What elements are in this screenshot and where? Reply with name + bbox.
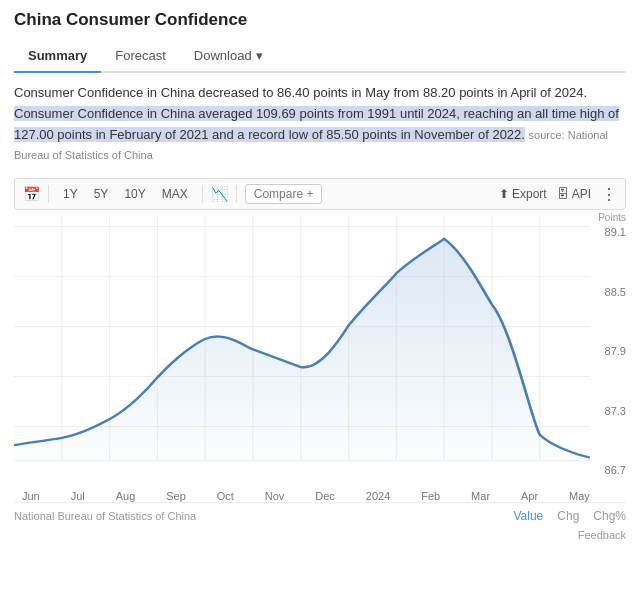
- x-label-nov: Nov: [265, 490, 285, 502]
- tab-forecast[interactable]: Forecast: [101, 40, 180, 73]
- x-label-oct: Oct: [217, 490, 234, 502]
- compare-button[interactable]: Compare +: [245, 184, 323, 204]
- tab-bar: Summary Forecast Download ▾: [14, 40, 626, 73]
- tab-download-label: Download: [194, 48, 252, 63]
- page-title: China Consumer Confidence: [14, 10, 626, 30]
- x-label-feb: Feb: [421, 490, 440, 502]
- chart-area: Points 89.1 88.5 87.9 87.3 86.7: [14, 216, 626, 486]
- chart-fill: [14, 239, 590, 461]
- toolbar-divider-3: [236, 185, 237, 203]
- chg-link[interactable]: Chg: [557, 509, 579, 523]
- y-label-2: 87.9: [592, 345, 626, 357]
- export-icon: ⬆: [499, 187, 509, 201]
- toolbar-left: 📅 1Y 5Y 10Y MAX 📉 Compare +: [23, 184, 322, 204]
- y-label-4: 86.7: [592, 464, 626, 476]
- period-1y-button[interactable]: 1Y: [57, 185, 84, 203]
- api-button[interactable]: 🗄 API: [557, 187, 591, 201]
- x-label-may: May: [569, 490, 590, 502]
- export-button[interactable]: ⬆ Export: [499, 187, 547, 201]
- value-link[interactable]: Value: [513, 509, 543, 523]
- description-text: Consumer Confidence in China decreased t…: [14, 83, 626, 166]
- description-part1: Consumer Confidence in China decreased t…: [14, 85, 587, 100]
- more-options-icon[interactable]: ⋮: [601, 185, 617, 204]
- calendar-icon[interactable]: 📅: [23, 186, 40, 202]
- tab-summary[interactable]: Summary: [14, 40, 101, 73]
- x-label-dec: Dec: [315, 490, 335, 502]
- chart-toolbar: 📅 1Y 5Y 10Y MAX 📉 Compare + ⬆ Export 🗄 A…: [14, 178, 626, 210]
- y-label-3: 87.3: [592, 405, 626, 417]
- footer-source: National Bureau of Statistics of China: [14, 510, 196, 522]
- chart-svg-container: [14, 216, 590, 466]
- x-label-mar: Mar: [471, 490, 490, 502]
- export-label: Export: [512, 187, 547, 201]
- footer-links: Value Chg Chg%: [513, 509, 626, 523]
- period-5y-button[interactable]: 5Y: [88, 185, 115, 203]
- period-10y-button[interactable]: 10Y: [118, 185, 151, 203]
- line-chart-icon[interactable]: 📉: [211, 186, 228, 202]
- toolbar-divider-2: [202, 185, 203, 203]
- api-label: API: [572, 187, 591, 201]
- y-label-0: 89.1: [592, 226, 626, 238]
- y-label-1: 88.5: [592, 286, 626, 298]
- chart-svg: [14, 216, 590, 466]
- feedback-button[interactable]: Feedback: [14, 525, 626, 541]
- tab-download[interactable]: Download ▾: [180, 40, 277, 73]
- y-axis-labels: 89.1 88.5 87.9 87.3 86.7: [592, 216, 626, 486]
- chgpct-link[interactable]: Chg%: [593, 509, 626, 523]
- x-label-2024: 2024: [366, 490, 390, 502]
- x-label-jul: Jul: [71, 490, 85, 502]
- api-icon: 🗄: [557, 187, 569, 201]
- x-label-sep: Sep: [166, 490, 186, 502]
- x-label-apr: Apr: [521, 490, 538, 502]
- chevron-down-icon: ▾: [256, 48, 263, 63]
- x-label-jun: Jun: [22, 490, 40, 502]
- toolbar-right: ⬆ Export 🗄 API ⋮: [499, 185, 617, 204]
- chart-footer: National Bureau of Statistics of China V…: [14, 502, 626, 525]
- x-label-aug: Aug: [116, 490, 136, 502]
- toolbar-divider-1: [48, 185, 49, 203]
- x-axis-labels: Jun Jul Aug Sep Oct Nov Dec 2024 Feb Mar…: [14, 490, 590, 502]
- period-max-button[interactable]: MAX: [156, 185, 194, 203]
